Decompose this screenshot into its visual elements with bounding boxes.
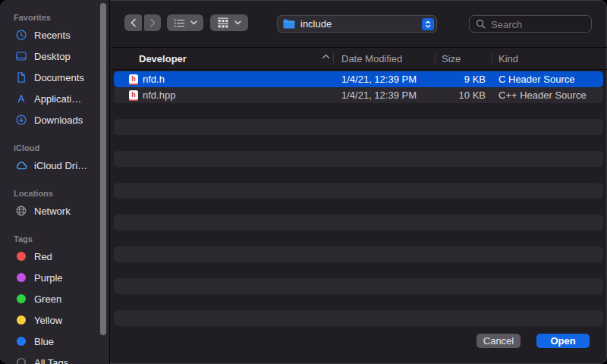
empty-row: [114, 246, 603, 262]
sidebar-item-applications[interactable]: Applicati…: [0, 88, 109, 109]
sidebar-item-label: Applicati…: [34, 93, 81, 105]
open-button[interactable]: Open: [536, 334, 590, 348]
sidebar: Favorites Recents Desktop Documents Appl…: [0, 0, 110, 364]
cloud-icon: [14, 158, 28, 172]
sidebar-item-tag-green[interactable]: Green: [0, 288, 109, 309]
sidebar-item-tag-yellow[interactable]: Yellow: [0, 309, 109, 331]
folder-dropdown-label: include: [300, 18, 332, 30]
empty-row: [114, 183, 603, 199]
column-header-name[interactable]: Developer: [111, 53, 333, 64]
sort-ascending-icon: [322, 54, 330, 59]
empty-row: [114, 278, 603, 294]
column-divider: [333, 53, 334, 64]
up-down-chevrons-icon: [424, 20, 432, 29]
file-row-nfd-h[interactable]: h nfd.h 1/4/21, 12:39 PM 9 KB C Header S…: [114, 71, 603, 87]
file-size: 10 KB: [435, 89, 492, 101]
group-view-button[interactable]: [210, 14, 248, 31]
folder-icon: [283, 19, 295, 29]
empty-row: [114, 215, 603, 231]
empty-row: [114, 199, 603, 215]
empty-row: [114, 151, 603, 167]
sidebar-section-tags: Tags: [0, 232, 109, 246]
chevron-left-icon: [130, 18, 137, 27]
sidebar-item-label: Green: [34, 293, 61, 305]
tag-dot-blue-icon: [14, 334, 28, 348]
sidebar-item-tag-purple[interactable]: Purple: [0, 267, 109, 288]
empty-row: [114, 294, 603, 310]
file-name: nfd.h: [143, 74, 165, 85]
back-button[interactable]: [124, 14, 142, 31]
tag-dot-yellow-icon: [14, 313, 28, 327]
chevron-down-icon: [190, 20, 197, 25]
list-view-button[interactable]: [167, 14, 203, 31]
file-size: 9 KB: [435, 74, 492, 85]
sidebar-item-all-tags[interactable]: All Tags: [0, 352, 109, 364]
sidebar-item-tag-blue[interactable]: Blue: [0, 331, 109, 352]
column-header-size[interactable]: Size: [435, 53, 492, 64]
sidebar-section-icloud: iCloud: [0, 141, 109, 155]
file-list: h nfd.h 1/4/21, 12:39 PM 9 KB C Header S…: [111, 69, 607, 326]
download-icon: [14, 113, 28, 127]
sidebar-item-label: Purple: [34, 272, 63, 284]
sidebar-item-documents[interactable]: Documents: [0, 67, 109, 88]
column-header-row: Developer Date Modified Size Kind: [111, 48, 607, 70]
tag-dot-green-icon: [14, 292, 28, 306]
file-date: 1/4/21, 12:39 PM: [333, 74, 435, 85]
sidebar-item-downloads[interactable]: Downloads: [0, 109, 109, 130]
forward-button[interactable]: [144, 14, 161, 31]
sidebar-scrollbar[interactable]: [100, 3, 106, 335]
header-file-icon: h: [129, 74, 138, 85]
column-header-kind[interactable]: Kind: [492, 53, 607, 64]
content-area: include Developer Date Modified Size Kin…: [111, 0, 607, 364]
header-file-icon: h: [129, 90, 138, 101]
folder-dropdown[interactable]: include: [277, 15, 437, 33]
globe-icon: [14, 204, 28, 218]
sidebar-item-label: All Tags: [34, 357, 68, 364]
file-kind: C Header Source: [492, 74, 603, 85]
tag-dot-red-icon: [14, 249, 28, 263]
sidebar-item-tag-red[interactable]: Red: [0, 246, 109, 267]
open-file-dialog: Favorites Recents Desktop Documents Appl…: [0, 0, 607, 364]
sidebar-item-label: Yellow: [34, 315, 62, 326]
file-name: nfd.hpp: [143, 89, 175, 101]
empty-row: [114, 231, 603, 246]
file-row-nfd-hpp[interactable]: h nfd.hpp 1/4/21, 12:39 PM 10 KB C++ Hea…: [114, 87, 603, 103]
toolbar: include: [111, 0, 607, 48]
sidebar-item-label: Red: [34, 251, 52, 262]
cancel-button[interactable]: Cancel: [476, 334, 521, 348]
sidebar-item-label: Recents: [34, 30, 71, 41]
sidebar-item-desktop[interactable]: Desktop: [0, 46, 109, 67]
sidebar-item-label: Downloads: [34, 115, 83, 126]
column-header-date-modified[interactable]: Date Modified: [333, 53, 435, 64]
empty-row: [114, 119, 603, 135]
search-input[interactable]: [489, 17, 590, 33]
appstore-icon: [14, 92, 28, 105]
empty-row: [114, 310, 603, 326]
sidebar-item-label: Desktop: [34, 51, 71, 62]
empty-row: [114, 262, 603, 278]
sidebar-item-recents[interactable]: Recents: [0, 24, 109, 46]
list-view-icon: [174, 18, 185, 28]
sidebar-item-icloud-drive[interactable]: iCloud Dri…: [0, 155, 109, 176]
sidebar-section-favorites: Favorites: [0, 11, 109, 24]
empty-row: [114, 135, 603, 151]
empty-row: [114, 103, 603, 119]
search-icon: [476, 19, 486, 29]
group-view-icon: [217, 17, 229, 28]
empty-row: [114, 167, 603, 183]
sidebar-item-label: Documents: [34, 72, 84, 83]
circle-outline-icon: [14, 356, 28, 364]
file-date: 1/4/21, 12:39 PM: [333, 89, 435, 101]
sidebar-item-network[interactable]: Network: [0, 200, 109, 221]
clock-icon: [14, 28, 28, 42]
sidebar-item-label: Network: [34, 206, 71, 217]
column-divider: [492, 53, 492, 64]
sidebar-section-locations: Locations: [0, 187, 109, 200]
dropdown-stepper-button[interactable]: [422, 18, 434, 30]
sidebar-item-label: Blue: [34, 336, 54, 347]
column-divider: [435, 53, 436, 64]
tag-dot-purple-icon: [14, 271, 28, 284]
sidebar-item-label: iCloud Dri…: [34, 160, 87, 171]
search-field: [469, 15, 592, 33]
file-kind: C++ Header Source: [492, 89, 603, 101]
